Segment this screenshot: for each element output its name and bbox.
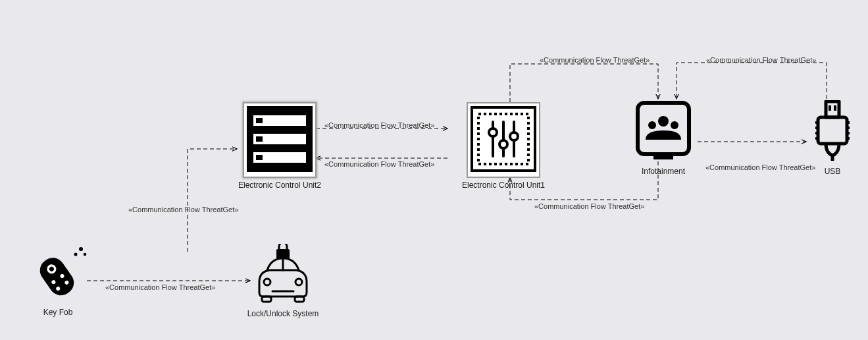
node-keyfob[interactable]: Key Fob: [25, 244, 91, 317]
svg-rect-12: [295, 297, 304, 302]
svg-rect-41: [815, 121, 819, 124]
svg-point-9: [84, 253, 87, 256]
svg-rect-43: [815, 132, 819, 134]
flow-lock-to-ecu2: [188, 149, 237, 252]
svg-rect-38: [818, 117, 847, 144]
keyfob-icon: [27, 244, 89, 305]
node-usb-label: USB: [806, 167, 859, 176]
svg-rect-21: [256, 136, 263, 142]
flow-ecu1-to-info-top: [510, 64, 658, 102]
svg-rect-46: [846, 127, 850, 129]
svg-rect-33: [653, 154, 673, 159]
node-lockunlock-label: Lock/Unlock System: [243, 309, 322, 318]
svg-rect-19: [256, 118, 263, 123]
flow-label-lock-ecu2: «Communication Flow ThreatGet»: [128, 206, 238, 213]
node-ecu1-label: Electronic Control Unit1: [447, 181, 559, 190]
infotainment-icon: [634, 99, 693, 164]
node-lockunlock[interactable]: Lock/Unlock System: [243, 244, 322, 318]
node-infotainment-label: Infotainment: [630, 167, 696, 176]
svg-point-13: [264, 279, 270, 285]
flow-label-keyfob-lock: «Communication Flow ThreatGet»: [105, 283, 215, 291]
ecu2-icon: [243, 102, 317, 178]
svg-point-8: [74, 253, 78, 256]
svg-rect-11: [262, 297, 271, 302]
ecu1-icon: [467, 102, 540, 178]
node-keyfob-label: Key Fob: [25, 308, 91, 317]
node-infotainment[interactable]: Infotainment: [630, 99, 696, 176]
flow-label-usb-info: «Communication Flow ThreatGet»: [706, 56, 816, 64]
node-usb[interactable]: USB: [806, 100, 859, 176]
connectors-layer: [0, 0, 868, 340]
svg-point-29: [489, 128, 497, 136]
flow-label-info-ecu1-bot: «Communication Flow ThreatGet»: [534, 202, 644, 210]
svg-rect-40: [834, 105, 836, 111]
node-ecu1[interactable]: Electronic Control Unit1: [447, 102, 559, 190]
flow-label-ecu2-ecu1: «Communication Flow ThreatGet»: [324, 121, 434, 129]
flow-label-ecu1-ecu2: «Communication Flow ThreatGet»: [324, 160, 434, 168]
flow-label-info-usb: «Communication Flow ThreatGet»: [705, 163, 815, 171]
usb-icon: [811, 100, 854, 164]
svg-point-7: [79, 247, 83, 251]
svg-rect-39: [829, 105, 831, 111]
flow-usb-to-info: [677, 63, 827, 99]
svg-rect-37: [826, 101, 839, 117]
svg-rect-48: [846, 137, 850, 140]
svg-point-14: [295, 279, 302, 285]
flow-label-ecu1-info-top: «Communication Flow ThreatGet»: [540, 56, 650, 64]
svg-point-36: [671, 121, 678, 129]
svg-rect-45: [846, 121, 850, 124]
svg-rect-47: [846, 132, 850, 134]
svg-point-31: [510, 132, 518, 140]
node-ecu2-label: Electronic Control Unit2: [237, 181, 322, 190]
svg-rect-16: [276, 249, 290, 259]
car-lock-icon: [250, 244, 316, 306]
svg-rect-23: [256, 155, 263, 160]
svg-point-34: [658, 116, 669, 127]
svg-rect-0: [36, 253, 79, 300]
svg-rect-44: [815, 137, 819, 140]
node-ecu2[interactable]: Electronic Control Unit2: [237, 102, 322, 190]
svg-rect-32: [638, 103, 689, 154]
svg-point-30: [499, 140, 507, 148]
svg-point-35: [648, 121, 656, 129]
svg-rect-42: [815, 127, 819, 129]
